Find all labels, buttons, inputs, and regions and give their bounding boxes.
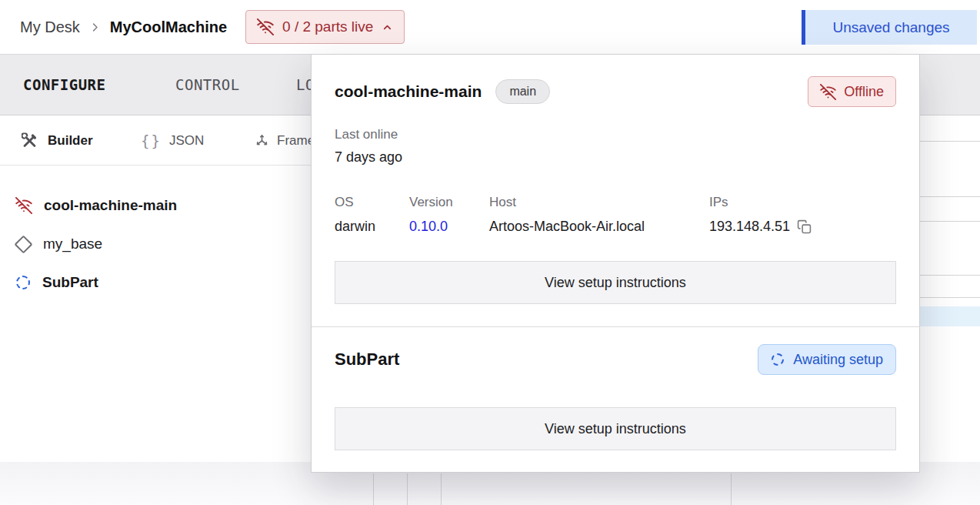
frame-axes-icon <box>254 132 270 149</box>
chevron-right-icon <box>89 22 101 33</box>
version-label: Version <box>409 195 489 210</box>
mode-json[interactable]: {} JSON <box>141 132 204 149</box>
version-link[interactable]: 0.10.0 <box>409 219 489 235</box>
builder-tools-icon <box>22 132 38 149</box>
unsaved-changes-label: Unsaved changes <box>832 19 949 36</box>
awaiting-setup-label: Awaiting setup <box>793 352 883 368</box>
sidebar-item-label: my_base <box>43 236 102 252</box>
parts-live-dropdown-button[interactable]: 0 / 2 parts live <box>245 10 405 44</box>
dashed-circle-icon <box>772 353 784 366</box>
machine-name-title: MyCoolMachine <box>110 18 227 36</box>
host-value: Artoos-MacBook-Air.local <box>489 219 709 235</box>
braces-icon: {} <box>141 132 162 149</box>
copy-icon[interactable] <box>797 219 812 234</box>
parts-status-dropdown-panel: cool-machine-main main Offline Last onli… <box>311 54 920 473</box>
sub-part-name: SubPart <box>335 349 399 370</box>
ips-label: IPs <box>709 195 812 210</box>
awaiting-setup-badge: Awaiting setup <box>758 344 896 375</box>
part-info-fields: OS darwin Version 0.10.0 Host Artoos-Mac… <box>335 195 896 235</box>
mode-frame[interactable]: Frame <box>254 132 315 149</box>
ip-address-value: 193.148.4.51 <box>709 219 790 235</box>
last-online-value: 7 days ago <box>335 149 896 166</box>
last-online-label: Last online <box>335 127 896 142</box>
main-part-name: cool-machine-main <box>335 82 482 101</box>
view-setup-instructions-button[interactable]: View setup instructions <box>335 407 896 450</box>
background-table-column-line <box>441 473 442 505</box>
main-part-tag: main <box>495 79 550 104</box>
machine-header: My Desk MyCoolMachine 0 / 2 parts live U… <box>0 0 980 54</box>
background-row-divider <box>920 221 980 222</box>
offline-status-label: Offline <box>844 84 884 100</box>
field-os: OS darwin <box>335 195 409 235</box>
view-setup-instructions-button[interactable]: View setup instructions <box>335 261 896 304</box>
background-row-divider <box>920 141 980 142</box>
background-row-divider <box>920 297 980 298</box>
mode-json-label: JSON <box>169 133 204 149</box>
dashed-circle-icon <box>16 276 30 289</box>
wifi-off-icon <box>257 18 274 35</box>
machine-config-page: CONFIGURE CONTROL LOGS Builder {} JSON <box>0 0 980 505</box>
setup-button-label: View setup instructions <box>545 421 686 437</box>
unsaved-changes-indicator: Unsaved changes <box>802 10 977 45</box>
sub-part-section: SubPart Awaiting setup View setup instru… <box>312 326 919 450</box>
setup-button-label: View setup instructions <box>545 275 686 291</box>
chevron-up-icon <box>382 22 393 33</box>
mode-builder[interactable]: Builder <box>22 132 93 149</box>
wifi-off-icon <box>820 84 836 100</box>
sidebar-item-subpart[interactable]: SubPart <box>15 271 98 294</box>
tab-configure[interactable]: CONFIGURE <box>23 76 105 93</box>
field-ips: IPs 193.148.4.51 <box>709 195 812 235</box>
host-label: Host <box>489 195 709 210</box>
os-label: OS <box>335 195 409 210</box>
base-diamond-icon <box>14 235 32 253</box>
sidebar-item-cool-machine-main[interactable]: cool-machine-main <box>15 194 177 217</box>
parts-live-label: 0 / 2 parts live <box>282 18 373 35</box>
wifi-off-icon <box>15 197 32 214</box>
breadcrumb-parent-link[interactable]: My Desk <box>20 18 80 36</box>
background-selected-row <box>920 306 980 326</box>
os-value: darwin <box>335 219 409 235</box>
offline-status-badge: Offline <box>808 76 896 107</box>
background-row-divider <box>920 196 980 197</box>
field-version: Version 0.10.0 <box>409 195 489 235</box>
background-table-column-line <box>373 473 374 505</box>
sidebar-item-my-base[interactable]: my_base <box>15 232 102 256</box>
tab-control[interactable]: CONTROL <box>175 76 240 93</box>
sidebar-item-label: cool-machine-main <box>44 197 177 214</box>
background-row-divider <box>920 275 980 276</box>
field-host: Host Artoos-MacBook-Air.local <box>489 195 709 235</box>
mode-builder-label: Builder <box>48 133 93 149</box>
sidebar-item-label: SubPart <box>42 274 98 291</box>
background-table-column-line <box>407 473 408 505</box>
mode-frame-label: Frame <box>277 133 315 149</box>
background-table-column-line <box>731 473 732 505</box>
main-part-section: cool-machine-main main Offline Last onli… <box>312 55 919 304</box>
